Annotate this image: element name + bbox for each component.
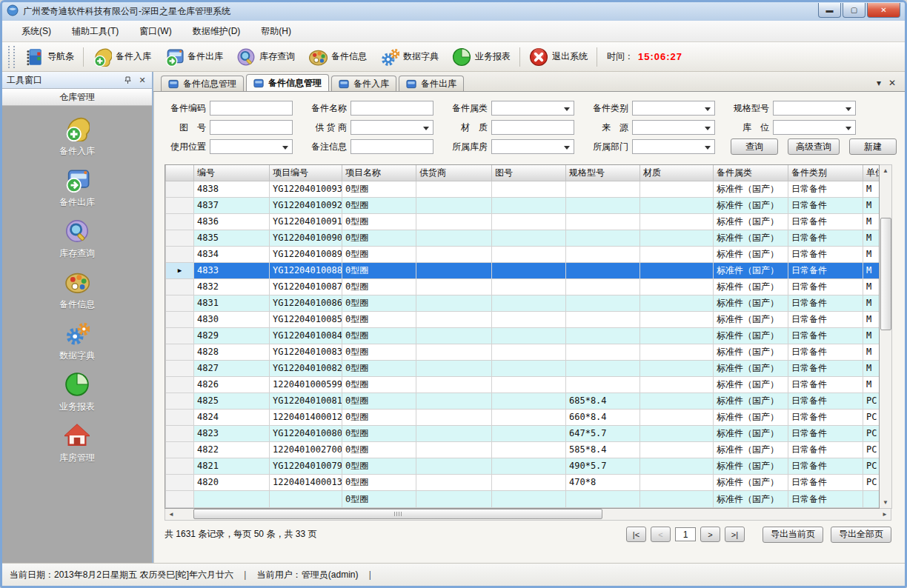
table-cell[interactable]: 标准件（国产） [714,311,788,327]
table-cell[interactable] [492,441,566,458]
table-cell[interactable] [416,441,492,458]
table-cell[interactable]: 1220401002700 [270,441,342,458]
table-cell[interactable]: 日常备件 [788,360,863,376]
table-cell[interactable]: YG12204010079 [270,458,342,474]
table-cell[interactable] [640,327,714,344]
table-cell[interactable]: YG12204010088 [270,262,342,278]
maximize-button[interactable]: ▢ [843,3,866,18]
table-cell[interactable]: YG12204010090 [270,230,342,246]
table-row[interactable]: ▶4833YG122040100880型圈标准件（国产）日常备件M [166,262,880,278]
table-cell[interactable]: 0型圈 [342,392,416,409]
table-cell[interactable]: 日常备件 [788,474,863,490]
toolbar-button-parts-inbound[interactable]: 备件入库 [86,44,158,70]
table-cell[interactable]: 0型圈 [342,458,416,474]
table-cell[interactable]: 585*8.4 [566,441,640,458]
table-row[interactable]: 482412204014000120型圈660*8.4标准件（国产）日常备件PC [166,409,880,425]
table-cell[interactable] [492,311,566,327]
last-page-button[interactable]: >| [725,527,745,542]
table-cell[interactable]: 660*8.4 [566,409,640,425]
table-cell[interactable]: 日常备件 [788,197,863,213]
table-cell[interactable] [566,295,640,311]
pin-icon[interactable] [122,75,133,85]
toolbar-button-parts-outbound[interactable]: 备件出库 [158,44,230,70]
table-cell[interactable]: 4832 [194,278,270,295]
table-cell[interactable] [566,197,640,213]
column-header-材质[interactable]: 材质 [640,165,714,181]
table-cell[interactable]: M [863,376,880,392]
table-cell[interactable] [416,295,492,311]
table-cell[interactable] [566,181,640,197]
table-cell[interactable] [416,262,492,278]
horizontal-scrollbar[interactable]: ◄ ► [165,509,891,521]
table-row[interactable]: 482012204014000130型圈470*8标准件（国产）日常备件PC [166,474,880,490]
table-cell[interactable]: 4835 [194,230,270,246]
table-cell[interactable] [566,213,640,230]
table-cell[interactable]: 日常备件 [788,344,863,360]
table-cell[interactable]: 0型圈 [342,197,416,213]
column-header-供货商[interactable]: 供货商 [416,165,492,181]
table-row[interactable]: 4825YG122040100810型圈685*8.4标准件（国产）日常备件PC [166,392,880,409]
sidebar-item-parts-outbound[interactable]: 备件出库 [59,167,95,209]
table-cell[interactable]: 4836 [194,213,270,230]
table-cell[interactable]: PC [863,425,880,441]
sidebar-item-parts-info[interactable]: 备件信息 [59,270,95,311]
table-cell[interactable] [416,197,492,213]
table-cell[interactable]: 4838 [194,181,270,197]
table-cell[interactable]: 4830 [194,311,270,327]
table-cell[interactable]: 647*5.7 [566,425,640,441]
material-input[interactable] [491,120,574,135]
table-cell[interactable]: 标准件（国产） [714,230,788,246]
row-selector-header[interactable] [166,165,194,181]
column-header-编号[interactable]: 编号 [194,165,270,181]
table-cell[interactable]: 0型圈 [342,311,416,327]
table-cell[interactable]: 标准件（国产） [714,181,788,197]
toolbar-button-exit-system[interactable]: 退出系统 [522,44,594,70]
table-cell[interactable]: 4820 [194,474,270,490]
toolbar-button-navigator[interactable]: 导航条 [18,44,81,70]
scroll-right-icon[interactable]: ► [879,509,891,520]
table-cell[interactable]: 0型圈 [342,262,416,278]
table-cell[interactable]: M [863,181,880,197]
menu-item[interactable]: 窗口(W) [129,23,182,39]
table-cell[interactable]: 标准件（国产） [714,262,788,278]
horizontal-scroll-thumb[interactable] [193,509,602,519]
table-cell[interactable] [566,311,640,327]
table-cell[interactable]: 标准件（国产） [714,197,788,213]
table-cell[interactable] [492,376,566,392]
table-row[interactable]: 4829YG122040100840型圈标准件（国产）日常备件M [166,327,880,344]
table-cell[interactable]: M [863,213,880,230]
table-row[interactable]: 4823YG122040100800型圈647*5.7标准件（国产）日常备件PC [166,425,880,441]
row-selector-cell[interactable] [166,392,194,409]
row-selector-cell[interactable] [166,246,194,262]
table-cell[interactable]: 标准件（国产） [714,392,788,409]
menu-item[interactable]: 系统(S) [11,23,62,39]
close-panel-icon[interactable]: ✕ [137,75,147,85]
table-cell[interactable]: YG12204010083 [270,344,342,360]
table-cell[interactable]: M [863,360,880,376]
column-header-规格型号[interactable]: 规格型号 [566,165,640,181]
table-cell[interactable]: M [863,344,880,360]
table-cell[interactable]: 0型圈 [342,376,416,392]
table-cell[interactable] [492,425,566,441]
table-cell[interactable]: YG12204010093 [270,181,342,197]
scroll-down-icon[interactable]: ▼ [883,497,888,508]
table-cell[interactable]: YG12204010082 [270,360,342,376]
table-cell[interactable]: 0型圈 [342,181,416,197]
row-selector-cell[interactable]: ▶ [166,262,194,278]
table-cell[interactable]: 日常备件 [788,181,863,197]
table-cell[interactable]: PC [863,409,880,425]
table-row[interactable]: 482212204010027000型圈585*8.4标准件（国产）日常备件PC [166,441,880,458]
column-header-项目编号[interactable]: 项目编号 [270,165,342,181]
table-cell[interactable]: M [863,295,880,311]
table-cell[interactable] [492,246,566,262]
table-cell[interactable]: 标准件（国产） [714,458,788,474]
sidebar-item-stock-query[interactable]: 库存查询 [59,218,95,260]
table-cell[interactable]: 1220401400012 [270,409,342,425]
part-attr-dropdown[interactable] [491,101,574,116]
table-cell[interactable]: 日常备件 [788,327,863,344]
table-cell[interactable]: 标准件（国产） [714,490,788,507]
page-number-input[interactable]: 1 [675,527,696,541]
export-current-page-button[interactable]: 导出当前页 [763,527,823,543]
close-button[interactable]: ✕ [867,3,900,18]
row-selector-cell[interactable] [166,278,194,295]
